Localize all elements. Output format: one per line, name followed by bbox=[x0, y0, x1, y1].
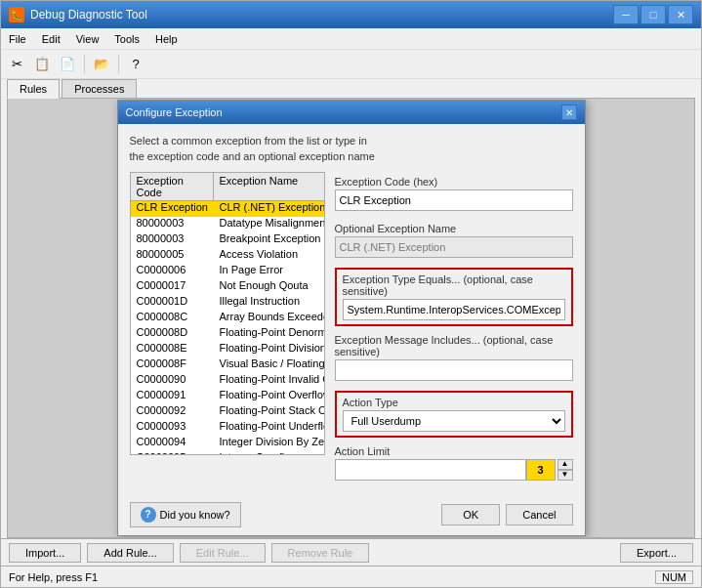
exception-list-item[interactable]: 80000003Datatype Misalignment bbox=[131, 217, 324, 232]
bottom-buttons: Import... Add Rule... Edit Rule... Remov… bbox=[9, 543, 369, 563]
content-area: Configure Exception ✕ Select a common ex… bbox=[7, 98, 695, 538]
dialog-description: Select a common exception from the list … bbox=[130, 134, 573, 164]
dialog-body: Select a common exception from the list … bbox=[118, 124, 585, 494]
exception-list-item[interactable]: C000008EFloating-Point Division By Zero bbox=[131, 342, 324, 357]
exception-code-cell: C0000092 bbox=[131, 404, 214, 420]
exception-code-cell: C0000095 bbox=[131, 451, 214, 455]
exception-list-item[interactable]: C000008CArray Bounds Exceeded bbox=[131, 311, 324, 326]
exception-list-item[interactable]: C0000017Not Enough Qouta bbox=[131, 279, 324, 295]
exception-code-input[interactable] bbox=[335, 189, 573, 211]
exception-code-cell: C000008E bbox=[131, 342, 214, 357]
action-limit-label: Action Limit bbox=[335, 445, 573, 457]
exception-type-label: Exception Type Equals... (optional, case… bbox=[343, 273, 565, 297]
exception-name-cell: Illegal Instruction bbox=[214, 295, 324, 311]
tab-processes[interactable]: Processes bbox=[62, 79, 137, 98]
exception-list-item[interactable]: C0000092Floating-Point Stack Check bbox=[131, 404, 324, 420]
exception-list-scroll[interactable]: CLR ExceptionCLR (.NET) Exception8000000… bbox=[131, 201, 324, 455]
status-num: NUM bbox=[655, 570, 693, 584]
export-button[interactable]: Export... bbox=[620, 543, 693, 563]
exception-name-cell: CLR (.NET) Exception bbox=[214, 201, 324, 217]
exception-name-cell: Breakpoint Exception bbox=[214, 232, 324, 248]
menu-view[interactable]: View bbox=[68, 28, 107, 49]
edit-rule-button[interactable]: Edit Rule... bbox=[180, 543, 266, 563]
modal-overlay: Configure Exception ✕ Select a common ex… bbox=[8, 99, 694, 537]
exception-code-cell: C000001D bbox=[131, 295, 214, 311]
action-limit-input[interactable] bbox=[335, 459, 526, 481]
menu-file[interactable]: File bbox=[1, 28, 34, 49]
exception-list-item[interactable]: C0000091Floating-Point Overflow bbox=[131, 389, 324, 404]
copy-button[interactable]: 📋 bbox=[30, 53, 54, 76]
configure-exception-dialog: Configure Exception ✕ Select a common ex… bbox=[117, 100, 586, 536]
exception-list-item[interactable]: C000008DFloating-Point Denormal Operand bbox=[131, 326, 324, 342]
exception-list-item[interactable]: 80000003Breakpoint Exception bbox=[131, 232, 324, 248]
title-bar-left: 🐛 Debug Diagnostic Tool bbox=[9, 7, 147, 22]
exception-message-input[interactable] bbox=[335, 359, 573, 381]
menu-edit[interactable]: Edit bbox=[34, 28, 68, 49]
exception-code-cell: C0000091 bbox=[131, 389, 214, 404]
exception-code-cell: CLR Exception bbox=[131, 201, 214, 217]
close-button[interactable]: ✕ bbox=[668, 5, 693, 24]
exception-list-item[interactable]: C000001DIllegal Instruction bbox=[131, 295, 324, 311]
exception-name-cell: Floating-Point Overflow bbox=[214, 389, 324, 404]
exception-code-cell: C0000093 bbox=[131, 420, 214, 436]
action-type-label: Action Type bbox=[343, 397, 565, 408]
exception-code-cell: 80000003 bbox=[131, 217, 214, 232]
action-type-select[interactable]: Full Userdump Mini Userdump Log Custom bbox=[343, 410, 565, 432]
exception-message-label: Exception Message Includes... (optional,… bbox=[335, 334, 573, 357]
did-you-know-button[interactable]: ? Did you know? bbox=[130, 502, 241, 527]
optional-name-input[interactable] bbox=[335, 236, 573, 258]
exception-list-item[interactable]: C0000006In Page Error bbox=[131, 264, 324, 279]
exception-name-cell: Access Violation bbox=[214, 248, 324, 264]
menu-tools[interactable]: Tools bbox=[106, 28, 147, 49]
minimize-button[interactable]: ─ bbox=[613, 5, 639, 24]
paste-button[interactable]: 📄 bbox=[56, 53, 79, 76]
action-limit-value: 3 bbox=[526, 459, 556, 481]
window-title: Debug Diagnostic Tool bbox=[30, 8, 147, 21]
exception-list-item[interactable]: C0000094Integer Division By Zero bbox=[131, 436, 324, 451]
exception-type-group: Exception Type Equals... (optional, case… bbox=[335, 268, 573, 326]
spin-up-button[interactable]: ▲ bbox=[557, 459, 573, 470]
maximize-button[interactable]: □ bbox=[640, 5, 666, 24]
remove-rule-button[interactable]: Remove Rule bbox=[271, 543, 370, 563]
exception-list-container: Exception Code Exception Name CLR Except… bbox=[130, 172, 325, 455]
exception-list-item[interactable]: C0000090Floating-Point Invalid Operation bbox=[131, 373, 324, 389]
exception-list-item[interactable]: CLR ExceptionCLR (.NET) Exception bbox=[131, 201, 324, 217]
import-button[interactable]: Import... bbox=[9, 543, 81, 563]
col-header-code: Exception Code bbox=[131, 173, 214, 200]
help-button[interactable]: ? bbox=[124, 53, 147, 76]
ok-button[interactable]: OK bbox=[441, 504, 500, 525]
toolbar-separator-2 bbox=[118, 55, 119, 74]
exception-code-cell: C0000006 bbox=[131, 264, 214, 279]
main-window: 🐛 Debug Diagnostic Tool ─ □ ✕ File Edit … bbox=[0, 0, 702, 588]
add-rule-button[interactable]: Add Rule... bbox=[87, 543, 173, 563]
exception-name-cell: Floating-Point Invalid Operation bbox=[214, 373, 324, 389]
exception-list-item[interactable]: C0000095Integer Overflow bbox=[131, 451, 324, 455]
exception-list-item[interactable]: 80000005Access Violation bbox=[131, 248, 324, 264]
cut-button[interactable]: ✂ bbox=[5, 53, 28, 76]
exception-list-item[interactable]: C000008FVisual Basic / Floating-Point In… bbox=[131, 357, 324, 373]
toolbar: ✂ 📋 📄 📂 ? bbox=[1, 50, 701, 79]
cancel-button[interactable]: Cancel bbox=[506, 504, 572, 525]
open-button[interactable]: 📂 bbox=[90, 53, 113, 76]
action-limit-row: 3 ▲ ▼ bbox=[335, 459, 573, 481]
dialog-right-col: Exception Code (hex) Optional Exception … bbox=[335, 172, 573, 484]
window-controls: ─ □ ✕ bbox=[613, 5, 693, 24]
exception-code-label: Exception Code (hex) bbox=[335, 176, 573, 188]
spin-down-button[interactable]: ▼ bbox=[557, 470, 573, 481]
exception-message-group: Exception Message Includes... (optional,… bbox=[335, 330, 573, 385]
exception-list-item[interactable]: C0000093Floating-Point Underflow bbox=[131, 420, 324, 436]
exception-code-cell: C000008D bbox=[131, 326, 214, 342]
exception-code-cell: C000008F bbox=[131, 357, 214, 373]
question-icon: ? bbox=[141, 507, 156, 523]
exception-code-cell: 80000005 bbox=[131, 248, 214, 264]
col-header-name: Exception Name bbox=[214, 173, 324, 200]
menu-help[interactable]: Help bbox=[147, 28, 186, 49]
title-bar: 🐛 Debug Diagnostic Tool ─ □ ✕ bbox=[1, 1, 701, 28]
tab-rules[interactable]: Rules bbox=[7, 79, 60, 99]
exception-type-input[interactable] bbox=[343, 299, 565, 320]
exception-name-cell: Array Bounds Exceeded bbox=[214, 311, 324, 326]
exception-name-cell: Integer Overflow bbox=[214, 451, 324, 455]
dialog-close-button[interactable]: ✕ bbox=[561, 105, 577, 120]
tabs-bar: Rules Processes bbox=[1, 79, 701, 98]
app-icon: 🐛 bbox=[9, 7, 24, 22]
